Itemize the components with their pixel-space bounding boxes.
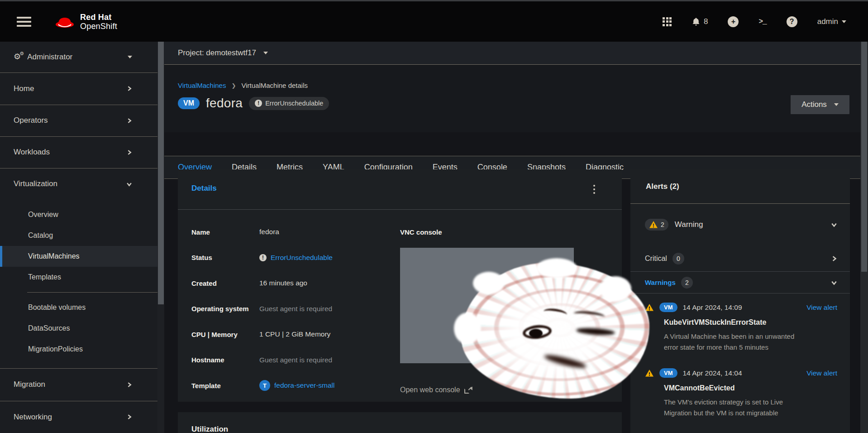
detail-row-name: Name fedora bbox=[191, 219, 335, 245]
vm-kind-badge: VM bbox=[178, 97, 200, 109]
sidebar-item-label: DataSources bbox=[28, 324, 70, 332]
actions-button-label: Actions bbox=[801, 100, 827, 109]
sidebar-item-home[interactable]: Home bbox=[0, 72, 157, 105]
view-alert-link[interactable]: View alert bbox=[806, 369, 837, 377]
perspective-label: Administrator bbox=[27, 53, 72, 62]
sidebar-item-operators[interactable]: Operators bbox=[0, 105, 157, 136]
alerts-card: Alerts (2) 2 Warning Critical 0 Warnings… bbox=[630, 169, 850, 433]
sidebar-item-migration[interactable]: Migration bbox=[0, 368, 157, 401]
breadcrumb-current: VirtualMachine details bbox=[242, 82, 308, 89]
help-icon[interactable]: ? bbox=[787, 16, 797, 27]
breadcrumb-link-virtualmachines[interactable]: VirtualMachines bbox=[178, 82, 226, 89]
detail-value: Guest agent is required bbox=[259, 305, 332, 313]
caret-down-icon bbox=[263, 52, 268, 54]
sidebar-scrollbar[interactable] bbox=[157, 42, 164, 433]
alert-timestamp: 14 Apr 2024, 14:09 bbox=[683, 303, 742, 312]
user-menu[interactable]: admin bbox=[817, 17, 846, 26]
vm-status-label: ErrorUnschedulable bbox=[265, 100, 323, 107]
open-web-console-link[interactable]: Open web console bbox=[400, 386, 608, 394]
sidebar-item-label: Catalog bbox=[28, 231, 53, 240]
chevron-down-icon[interactable] bbox=[831, 279, 837, 286]
page-scrollbar[interactable] bbox=[860, 42, 868, 433]
sidebar-item-templates[interactable]: Templates bbox=[0, 267, 157, 288]
detail-row-created: Created 16 minutes ago bbox=[191, 270, 335, 296]
caret-down-icon bbox=[842, 20, 846, 23]
caret-down-icon bbox=[128, 56, 132, 58]
detail-label: Template bbox=[191, 382, 259, 390]
critical-section-row[interactable]: Critical 0 bbox=[630, 245, 850, 272]
utilization-card-title: Utilization bbox=[191, 425, 228, 433]
detail-label: Hostname bbox=[191, 356, 259, 364]
detail-row-template: Template T fedora-server-small bbox=[191, 373, 335, 399]
sidebar-item-label: Bootable volumes bbox=[28, 303, 86, 312]
alerts-summary-row[interactable]: 2 Warning bbox=[630, 204, 850, 245]
sidebar-item-virt-overview[interactable]: Overview bbox=[0, 204, 157, 225]
sidebar-item-datasources[interactable]: DataSources bbox=[0, 318, 157, 339]
page-title: fedora bbox=[206, 96, 243, 111]
username: admin bbox=[817, 17, 838, 26]
project-selector[interactable]: Project: demotestwtf17 bbox=[178, 48, 268, 58]
sidebar-item-workloads[interactable]: Workloads bbox=[0, 136, 157, 168]
warning-count-badge: 2 bbox=[645, 219, 668, 231]
warnings-label: Warnings bbox=[645, 279, 676, 286]
status-link[interactable]: ErrorUnschedulable bbox=[271, 254, 333, 262]
external-link-icon bbox=[464, 387, 471, 394]
notification-count: 8 bbox=[704, 17, 708, 26]
template-link[interactable]: fedora-server-small bbox=[274, 381, 335, 390]
alert-title: KubeVirtVMStuckInErrorState bbox=[664, 318, 837, 327]
sidebar-item-label: Workloads bbox=[14, 148, 50, 157]
alert-item: VM 14 Apr 2024, 14:04 View alert VMCanno… bbox=[630, 359, 850, 425]
sidebar-item-migrationpolicies[interactable]: MigrationPolicies bbox=[0, 339, 157, 360]
notifications-button[interactable]: 8 bbox=[692, 17, 708, 26]
detail-value: Guest agent is required bbox=[259, 356, 332, 364]
perspective-switcher[interactable]: ⚙⚙ Administrator bbox=[0, 42, 157, 72]
chevron-right-icon bbox=[126, 414, 132, 420]
open-web-console-label: Open web console bbox=[400, 386, 460, 394]
alert-item: VM 14 Apr 2024, 14:09 View alert KubeVir… bbox=[630, 293, 850, 359]
chevron-right-icon bbox=[126, 382, 132, 388]
warning-triangle-icon bbox=[645, 369, 654, 377]
app-launcher-icon[interactable] bbox=[663, 17, 672, 26]
sidebar-item-catalog[interactable]: Catalog bbox=[0, 225, 157, 246]
page-scrollbar-thumb[interactable] bbox=[861, 42, 867, 272]
warnings-count-badge: 2 bbox=[681, 277, 693, 289]
vm-status-badge[interactable]: ! ErrorUnschedulable bbox=[249, 97, 329, 110]
add-icon[interactable]: + bbox=[728, 16, 739, 27]
nav-toggle-icon[interactable] bbox=[17, 14, 31, 29]
project-selector-label: Project: demotestwtf17 bbox=[178, 48, 256, 58]
sidebar-item-label: Overview bbox=[28, 211, 58, 219]
vnc-console-screen[interactable] bbox=[400, 248, 574, 363]
sidebar-scrollbar-thumb[interactable] bbox=[158, 42, 164, 304]
kebab-menu-icon[interactable] bbox=[591, 183, 597, 196]
exclamation-circle-icon: ! bbox=[259, 254, 267, 261]
main-content: Project: demotestwtf17 VirtualMachines ❯… bbox=[164, 42, 860, 433]
vm-kind-badge: VM bbox=[659, 368, 677, 378]
vnc-console-label: VNC console bbox=[400, 228, 608, 236]
chevron-right-icon bbox=[126, 149, 132, 155]
detail-row-hostname: Hostname Guest agent is required bbox=[191, 347, 335, 373]
warnings-section-row[interactable]: Warnings 2 bbox=[630, 272, 850, 293]
actions-button[interactable]: Actions bbox=[791, 95, 849, 114]
terminal-icon[interactable]: >_ bbox=[758, 18, 766, 26]
bell-icon bbox=[692, 17, 701, 26]
sidebar-nav: ⚙⚙ Administrator Home Operators Workload… bbox=[0, 42, 157, 433]
detail-value: 16 minutes ago bbox=[259, 279, 307, 287]
alert-description: A Virtual Machine has been in an unwante… bbox=[664, 331, 795, 353]
chevron-down-icon[interactable] bbox=[831, 221, 837, 228]
sidebar-item-virtualization[interactable]: Virtualization bbox=[0, 168, 157, 200]
detail-label: CPU | Memory bbox=[191, 331, 259, 338]
details-card-title[interactable]: Details bbox=[191, 184, 217, 193]
detail-row-cpu-memory: CPU | Memory 1 CPU | 2 GiB Memory bbox=[191, 322, 335, 347]
sidebar-item-label: Home bbox=[14, 84, 34, 93]
sidebar-item-label: Virtualization bbox=[14, 179, 57, 188]
chevron-right-icon bbox=[126, 118, 132, 124]
warning-summary-label: Warning bbox=[675, 220, 703, 229]
chevron-right-icon[interactable] bbox=[831, 255, 837, 262]
sidebar-item-label: Operators bbox=[14, 116, 48, 125]
sidebar-item-networking[interactable]: Networking bbox=[0, 401, 157, 433]
sidebar-item-bootable-volumes[interactable]: Bootable volumes bbox=[0, 297, 157, 318]
alert-title: VMCannotBeEvicted bbox=[664, 384, 837, 392]
detail-value: 1 CPU | 2 GiB Memory bbox=[259, 330, 330, 338]
view-alert-link[interactable]: View alert bbox=[806, 303, 837, 312]
sidebar-item-virtualmachines[interactable]: VirtualMachines bbox=[0, 246, 157, 267]
